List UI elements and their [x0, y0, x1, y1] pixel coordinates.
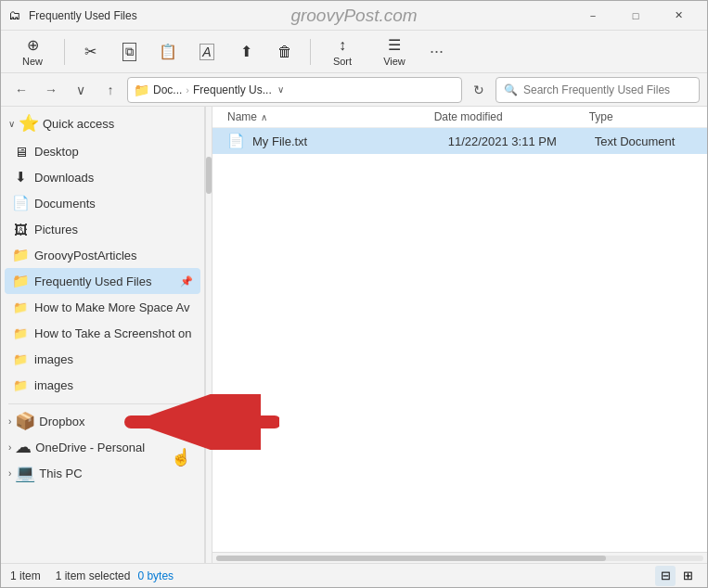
- horizontal-scrollbar[interactable]: [212, 552, 707, 563]
- maximize-button[interactable]: □: [614, 1, 657, 31]
- search-input[interactable]: [523, 83, 691, 96]
- toolbar-separator-2: [310, 39, 311, 65]
- content-area: Name ∧ Date modified Type 📄 My File.txt …: [212, 107, 707, 563]
- sidebar-group-onedrive[interactable]: › ☁ OneDrive - Personal: [1, 434, 204, 460]
- address-bar[interactable]: 📁 Doc... › Frequently Us... ∨: [127, 77, 462, 103]
- sort-icon: ↕: [339, 37, 346, 54]
- quick-access-label: Quick access: [43, 117, 114, 131]
- sidebar: ∨ ⭐ Quick access 🖥 Desktop 📌 ⬇ Downloads…: [1, 107, 205, 563]
- thispc-label: This PC: [39, 467, 82, 480]
- frequently-used-pin-icon: 📌: [180, 275, 193, 288]
- h-scroll-thumb: [216, 556, 606, 561]
- pictures-label: Pictures: [34, 223, 174, 236]
- title-bar-text: Frequently Used Files: [29, 9, 572, 22]
- delete-icon: 🗑: [277, 44, 292, 60]
- view-button[interactable]: ☰ View: [370, 33, 418, 70]
- sidebar-item-make-space[interactable]: 📁 How to Make More Space Av: [5, 294, 200, 320]
- sidebar-item-pictures[interactable]: 🖼 Pictures 📌: [5, 216, 200, 242]
- column-date-label: Date modified: [434, 110, 503, 123]
- title-bar-icon: 🗂: [8, 8, 23, 23]
- close-button[interactable]: ✕: [657, 1, 700, 31]
- sidebar-item-groovypost[interactable]: 📁 GroovyPostArticles 📌: [5, 242, 200, 268]
- groovypost-label: GroovyPostArticles: [34, 249, 174, 262]
- onedrive-chevron: ›: [8, 442, 11, 453]
- search-bar[interactable]: 🔍: [496, 77, 700, 103]
- onedrive-label: OneDrive - Personal: [35, 441, 145, 454]
- more-button[interactable]: ···: [422, 38, 451, 65]
- status-size: 0 bytes: [137, 569, 174, 582]
- up-button[interactable]: ↑: [97, 77, 123, 103]
- delete-button[interactable]: 🗑: [267, 33, 303, 70]
- share-button[interactable]: ⬆: [228, 33, 264, 70]
- column-name-header[interactable]: Name ∧: [227, 110, 434, 123]
- sidebar-item-screenshot[interactable]: 📁 How to Take a Screenshot on: [5, 320, 200, 346]
- images-2-icon: 📁: [12, 377, 29, 393]
- rename-button[interactable]: A: [189, 33, 225, 70]
- sidebar-item-documents[interactable]: 📄 Documents 📌: [5, 190, 200, 216]
- large-view-button[interactable]: ⊞: [677, 566, 698, 586]
- sidebar-item-downloads[interactable]: ⬇ Downloads 📌: [5, 164, 200, 190]
- back-button[interactable]: ←: [8, 77, 34, 103]
- new-button[interactable]: ⊕ New: [8, 33, 57, 70]
- dropbox-icon: 📦: [15, 411, 35, 431]
- column-headers: Name ∧ Date modified Type: [212, 107, 707, 128]
- nav-bar: ← → ∨ ↑ 📁 Doc... › Frequently Us... ∨ ↻ …: [1, 73, 707, 107]
- status-bar: 1 item 1 item selected 0 bytes ⊟ ⊞: [1, 563, 707, 587]
- file-row-myfile[interactable]: 📄 My File.txt 11/22/2021 3:11 PM Text Do…: [212, 128, 707, 154]
- h-scroll-track: [216, 556, 703, 561]
- sidebar-group-thispc[interactable]: › 💻 This PC: [1, 460, 204, 486]
- make-space-label: How to Make More Space Av: [34, 300, 193, 314]
- screenshot-label: How to Take a Screenshot on: [34, 326, 193, 340]
- share-icon: ⬆: [240, 43, 252, 60]
- sidebar-item-desktop[interactable]: 🖥 Desktop 📌: [5, 138, 200, 164]
- images-1-label: images: [34, 352, 193, 366]
- window-controls: − □ ✕: [572, 1, 700, 31]
- dropdown-button[interactable]: ∨: [68, 77, 94, 103]
- thispc-chevron: ›: [8, 468, 11, 479]
- dropbox-label: Dropbox: [39, 415, 84, 428]
- copy-icon: ⧉: [122, 43, 136, 61]
- sidebar-item-frequently-used[interactable]: 📁 Frequently Used Files 📌: [5, 268, 200, 294]
- address-crumb-2: Frequently Us...: [193, 83, 272, 96]
- myfile-date: 11/22/2021 3:11 PM: [448, 134, 595, 148]
- frequently-used-icon: 📁: [12, 273, 29, 289]
- quick-access-icon: ⭐: [19, 113, 39, 134]
- column-type-header[interactable]: Type: [589, 110, 692, 123]
- copy-button[interactable]: ⧉: [111, 33, 147, 70]
- images-2-label: images: [34, 378, 193, 392]
- sort-label: Sort: [333, 56, 352, 67]
- sidebar-scrollbar[interactable]: [205, 107, 212, 563]
- view-icon: ☰: [388, 36, 401, 54]
- refresh-button[interactable]: ↻: [466, 77, 492, 103]
- sidebar-group-dropbox[interactable]: › 📦 Dropbox: [1, 408, 204, 434]
- status-item-count: 1 item: [10, 569, 41, 582]
- address-separator: ›: [186, 84, 189, 96]
- thispc-icon: 💻: [15, 463, 35, 483]
- file-list: 📄 My File.txt 11/22/2021 3:11 PM Text Do…: [212, 128, 707, 552]
- toolbar: ⊕ New ✂ ⧉ 📋 A ⬆ 🗑 ↕ Sort ☰ View ·: [1, 31, 707, 73]
- sort-arrow-icon: ∧: [261, 112, 267, 122]
- status-bar-right: ⊟ ⊞: [655, 566, 698, 586]
- sidebar-item-images-2[interactable]: 📁 images: [5, 372, 200, 398]
- new-label: New: [22, 56, 43, 67]
- toolbar-separator-1: [64, 39, 65, 65]
- images-1-icon: 📁: [12, 351, 29, 367]
- downloads-label: Downloads: [34, 171, 174, 185]
- quick-access-group[interactable]: ∨ ⭐ Quick access: [1, 110, 204, 136]
- sort-button[interactable]: ↕ Sort: [318, 33, 367, 70]
- address-dropdown-icon: ∨: [277, 84, 284, 95]
- forward-button[interactable]: →: [38, 77, 64, 103]
- make-space-icon: 📁: [12, 299, 29, 315]
- documents-label: Documents: [34, 197, 174, 211]
- column-name-label: Name: [227, 110, 257, 123]
- details-view-button[interactable]: ⊟: [655, 566, 676, 586]
- paste-button[interactable]: 📋: [150, 33, 186, 70]
- status-selected: 1 item selected: [56, 569, 131, 582]
- sidebar-scroll-thumb: [206, 157, 212, 194]
- cut-button[interactable]: ✂: [72, 33, 108, 70]
- myfile-name: My File.txt: [252, 134, 448, 148]
- column-date-header[interactable]: Date modified: [434, 110, 589, 123]
- sidebar-item-images-1[interactable]: 📁 images: [5, 346, 200, 372]
- minimize-button[interactable]: −: [572, 1, 614, 31]
- view-label: View: [383, 56, 405, 67]
